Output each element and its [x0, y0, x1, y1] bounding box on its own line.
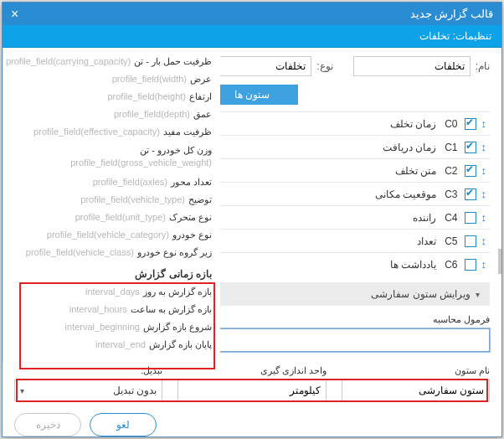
attr-label-en: profile_field(gross_vehicle_weight) [70, 158, 212, 168]
attr-label-fa: وزن کل خودرو - تن [140, 145, 212, 155]
attribute-item[interactable]: عرض profile_field(width) [10, 70, 213, 88]
column-id: C5 [445, 235, 457, 247]
attr-label-fa: تعداد محور [171, 177, 212, 188]
drag-handle-icon[interactable]: ↕ [481, 188, 487, 200]
name-input[interactable] [353, 56, 471, 76]
convert-value: بدون تبدیل [113, 385, 157, 396]
colname-label: نام ستون [342, 365, 490, 376]
column-id: C6 [445, 259, 457, 271]
attr-label-en: profile_field(width) [112, 74, 187, 84]
attr-label-fa: عمق [193, 109, 212, 120]
drag-handle-icon[interactable]: ↕ [481, 164, 487, 177]
attr-label-fa: ارتفاع [189, 91, 212, 102]
drag-handle-icon[interactable]: ↕ [481, 141, 487, 153]
attribute-panel[interactable]: ظرفیت حمل بار - تن profile_field(carryin… [3, 48, 220, 362]
attr-label-en: profile_field(height) [107, 91, 186, 101]
attr-label-en: profile_field(effective_capacity) [33, 127, 160, 137]
attr-label-en: profile_field(depth) [114, 109, 190, 119]
column-checkbox[interactable] [465, 165, 476, 177]
close-icon[interactable]: × [11, 8, 18, 20]
attribute-item[interactable]: ظرفیت مفید profile_field(effective_capac… [10, 123, 213, 141]
column-checkbox[interactable] [465, 212, 476, 224]
attribute-item[interactable]: بازه گزارش به روز interval_days [10, 283, 213, 301]
column-id: C4 [445, 212, 457, 224]
drag-handle-icon[interactable]: ↕ [481, 258, 487, 271]
scrollbar-thumb[interactable] [498, 249, 501, 274]
dialog-footer: لغو ذخیره [3, 401, 501, 436]
caret-down-icon: ▾ [476, 290, 480, 299]
attr-label-fa: زیر گروه نوع خودرو [137, 247, 212, 258]
column-checkbox[interactable] [465, 259, 476, 271]
attribute-item[interactable]: وزن کل خودرو - تنprofile_field(gross_veh… [10, 141, 213, 173]
drag-handle-icon[interactable]: ↕ [481, 211, 487, 224]
cancel-button[interactable]: لغو [90, 413, 157, 436]
attr-label-fa: نوع خودرو [172, 230, 212, 240]
attr-label-fa: ظرفیت مفید [163, 127, 212, 137]
convert-select[interactable]: بدون تبدیل ▾ [14, 380, 162, 401]
drag-handle-icon[interactable]: ↕ [481, 117, 487, 130]
dialog: قالب گزارش جدید × تنظیمات: تخلفات نام: ن… [2, 2, 502, 437]
type-input[interactable] [219, 56, 311, 76]
attribute-group-header: بازه زمانی گزارش [10, 261, 213, 283]
attribute-item[interactable]: توضيح profile_field(vehicle_type) [10, 191, 213, 209]
attr-label-en: profile_field(vehicle_class) [26, 247, 134, 257]
attr-label-en: profile_field(axles) [93, 177, 167, 187]
attr-label-fa: عرض [190, 74, 212, 85]
attr-label-en: interval_days [85, 287, 140, 297]
attr-label-en: profile_field(carrying_capacity) [6, 56, 131, 66]
type-label: نوع: [316, 60, 332, 72]
dialog-body: نام: نوع: ستون ها ↕C0زمان تخلف↕C1زمان در… [3, 48, 501, 436]
column-checkbox[interactable] [465, 142, 476, 153]
attr-label-en: interval_beginning [65, 322, 140, 332]
tab-violations[interactable]: تنظیمات: تخلفات [419, 30, 491, 42]
attribute-item[interactable]: پایان بازه گزارش interval_end [10, 336, 213, 354]
attr-label-fa: ظرفیت حمل بار - تن [134, 56, 212, 67]
attribute-item[interactable]: نوع متحرک profile_field(unit_type) [10, 209, 213, 226]
attribute-item[interactable]: نوع خودرو profile_field(vehicle_category… [10, 226, 213, 244]
save-button[interactable]: ذخیره [14, 413, 81, 436]
custom-fields-row: نام ستون واحد اندازی گیری تبدیل: بدون تب… [3, 355, 501, 401]
attr-label-en: profile_field(unit_type) [75, 212, 166, 222]
colname-input[interactable] [342, 380, 490, 401]
attribute-item[interactable]: تعداد محور profile_field(axles) [10, 173, 213, 191]
settings-tabs: تنظیمات: تخلفات [3, 25, 501, 48]
attr-label-en: profile_field(vehicle_category) [47, 230, 169, 240]
column-id: C2 [445, 165, 457, 177]
attribute-item[interactable]: عمق profile_field(depth) [10, 106, 213, 123]
column-checkbox[interactable] [465, 235, 476, 247]
titlebar: قالب گزارش جدید × [3, 3, 501, 25]
dialog-title: قالب گزارش جدید [18, 8, 493, 20]
column-id: C0 [445, 118, 457, 130]
drag-handle-icon[interactable]: ↕ [481, 235, 487, 247]
attr-label-en: interval_end [95, 339, 146, 349]
measure-label: واحد اندازی گیری [177, 365, 326, 376]
column-id: C1 [445, 142, 457, 153]
column-checkbox[interactable] [465, 189, 476, 200]
attr-label-en: profile_field(vehicle_type) [80, 194, 185, 204]
attribute-item[interactable]: زیر گروه نوع خودرو profile_field(vehicle… [10, 244, 213, 261]
attr-label-fa: نوع متحرک [169, 212, 212, 223]
attr-label-fa: توضيح [188, 194, 212, 205]
custom-column-title: ویرایش ستون سفارشی [371, 288, 471, 300]
attr-label-fa: پایان بازه گزارش [149, 339, 212, 350]
column-checkbox[interactable] [465, 118, 476, 130]
measure-input[interactable] [177, 380, 326, 401]
convert-label: تبدیل: [14, 365, 162, 376]
attribute-item[interactable]: ظرفیت حمل بار - تن profile_field(carryin… [10, 53, 213, 70]
attribute-item[interactable]: بازه گزارش به ساعت interval_hours [10, 301, 213, 318]
attribute-item[interactable]: ارتفاع profile_field(height) [10, 88, 213, 106]
column-id: C3 [445, 189, 457, 200]
attr-label-fa: بازه گزارش به روز [143, 287, 212, 297]
attr-label-fa: شروع بازه گزارش [143, 322, 212, 333]
attr-label-en: interval_hours [69, 304, 127, 314]
attr-label-fa: بازه گزارش به ساعت [131, 304, 212, 315]
attribute-item[interactable]: شروع بازه گزارش interval_beginning [10, 318, 213, 336]
chevron-down-icon: ▾ [20, 386, 24, 395]
name-label: نام: [476, 60, 490, 72]
